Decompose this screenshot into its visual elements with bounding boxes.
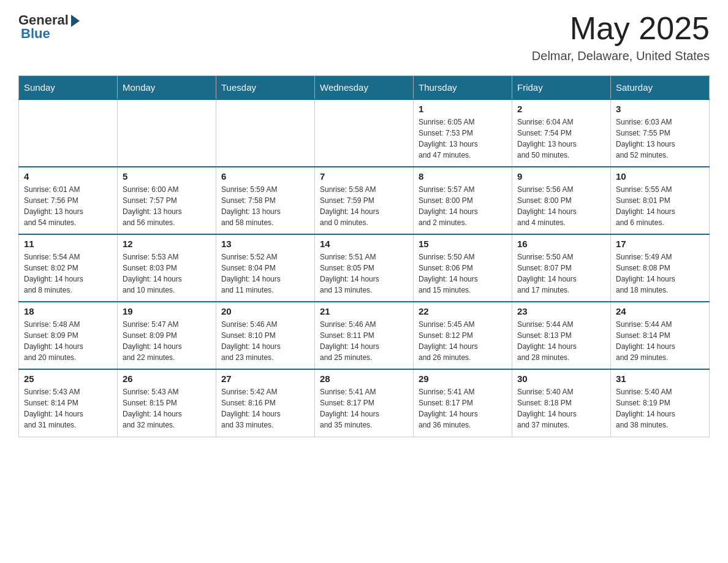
calendar-table: Sunday Monday Tuesday Wednesday Thursday… <box>18 75 710 437</box>
day-info: Sunrise: 5:50 AM Sunset: 8:07 PM Dayligh… <box>517 251 605 296</box>
day-number: 23 <box>517 306 605 316</box>
table-cell: 8Sunrise: 5:57 AM Sunset: 8:00 PM Daylig… <box>414 167 512 234</box>
day-info: Sunrise: 5:43 AM Sunset: 8:15 PM Dayligh… <box>123 386 211 431</box>
table-cell: 3Sunrise: 6:03 AM Sunset: 7:55 PM Daylig… <box>611 99 710 167</box>
month-title: May 2025 <box>532 12 710 44</box>
day-info: Sunrise: 6:03 AM Sunset: 7:55 PM Dayligh… <box>616 117 704 161</box>
day-number: 31 <box>616 373 704 384</box>
day-number: 28 <box>320 373 408 384</box>
table-cell: 4Sunrise: 6:01 AM Sunset: 7:56 PM Daylig… <box>19 167 118 234</box>
day-info: Sunrise: 5:41 AM Sunset: 8:17 PM Dayligh… <box>419 386 507 431</box>
day-info: Sunrise: 5:50 AM Sunset: 8:06 PM Dayligh… <box>419 251 507 296</box>
week-row-5: 25Sunrise: 5:43 AM Sunset: 8:14 PM Dayli… <box>19 369 710 437</box>
day-info: Sunrise: 5:46 AM Sunset: 8:11 PM Dayligh… <box>320 319 408 363</box>
table-cell: 5Sunrise: 6:00 AM Sunset: 7:57 PM Daylig… <box>118 167 216 234</box>
col-wednesday: Wednesday <box>315 76 414 100</box>
day-info: Sunrise: 5:48 AM Sunset: 8:09 PM Dayligh… <box>24 319 112 363</box>
day-number: 25 <box>24 373 112 384</box>
day-info: Sunrise: 5:59 AM Sunset: 7:58 PM Dayligh… <box>221 184 309 228</box>
table-cell: 10Sunrise: 5:55 AM Sunset: 8:01 PM Dayli… <box>611 167 710 234</box>
day-info: Sunrise: 5:51 AM Sunset: 8:05 PM Dayligh… <box>320 251 408 296</box>
day-info: Sunrise: 5:47 AM Sunset: 8:09 PM Dayligh… <box>123 319 211 363</box>
logo-arrow-icon <box>71 15 80 27</box>
day-info: Sunrise: 5:44 AM Sunset: 8:14 PM Dayligh… <box>616 319 704 363</box>
table-cell: 14Sunrise: 5:51 AM Sunset: 8:05 PM Dayli… <box>315 234 414 302</box>
table-cell: 2Sunrise: 6:04 AM Sunset: 7:54 PM Daylig… <box>512 99 611 167</box>
day-info: Sunrise: 5:42 AM Sunset: 8:16 PM Dayligh… <box>221 386 309 431</box>
table-cell: 16Sunrise: 5:50 AM Sunset: 8:07 PM Dayli… <box>512 234 611 302</box>
table-cell: 9Sunrise: 5:56 AM Sunset: 8:00 PM Daylig… <box>512 167 611 234</box>
day-number: 19 <box>123 306 211 316</box>
col-friday: Friday <box>512 76 611 100</box>
day-number: 22 <box>419 306 507 316</box>
table-cell: 17Sunrise: 5:49 AM Sunset: 8:08 PM Dayli… <box>611 234 710 302</box>
table-cell <box>315 99 414 167</box>
table-cell: 18Sunrise: 5:48 AM Sunset: 8:09 PM Dayli… <box>19 302 118 369</box>
day-number: 12 <box>123 239 211 249</box>
table-cell: 11Sunrise: 5:54 AM Sunset: 8:02 PM Dayli… <box>19 234 118 302</box>
day-number: 10 <box>616 171 704 182</box>
day-info: Sunrise: 6:00 AM Sunset: 7:57 PM Dayligh… <box>123 184 211 228</box>
day-info: Sunrise: 6:01 AM Sunset: 7:56 PM Dayligh… <box>24 184 112 228</box>
col-monday: Monday <box>118 76 216 100</box>
day-info: Sunrise: 5:53 AM Sunset: 8:03 PM Dayligh… <box>123 251 211 296</box>
table-cell: 25Sunrise: 5:43 AM Sunset: 8:14 PM Dayli… <box>19 369 118 437</box>
logo-blue-text: Blue <box>21 26 50 42</box>
day-number: 8 <box>419 171 507 182</box>
table-cell: 29Sunrise: 5:41 AM Sunset: 8:17 PM Dayli… <box>414 369 512 437</box>
table-cell: 19Sunrise: 5:47 AM Sunset: 8:09 PM Dayli… <box>118 302 216 369</box>
week-row-2: 4Sunrise: 6:01 AM Sunset: 7:56 PM Daylig… <box>19 167 710 234</box>
day-info: Sunrise: 5:45 AM Sunset: 8:12 PM Dayligh… <box>419 319 507 363</box>
day-number: 14 <box>320 239 408 249</box>
day-number: 17 <box>616 239 704 249</box>
day-number: 4 <box>24 171 112 182</box>
table-cell: 24Sunrise: 5:44 AM Sunset: 8:14 PM Dayli… <box>611 302 710 369</box>
day-info: Sunrise: 5:46 AM Sunset: 8:10 PM Dayligh… <box>221 319 309 363</box>
table-cell <box>19 99 118 167</box>
day-number: 18 <box>24 306 112 316</box>
title-section: May 2025 Delmar, Delaware, United States <box>532 12 710 63</box>
day-number: 9 <box>517 171 605 182</box>
day-number: 15 <box>419 239 507 249</box>
table-cell: 1Sunrise: 6:05 AM Sunset: 7:53 PM Daylig… <box>414 99 512 167</box>
table-cell: 12Sunrise: 5:53 AM Sunset: 8:03 PM Dayli… <box>118 234 216 302</box>
table-cell: 20Sunrise: 5:46 AM Sunset: 8:10 PM Dayli… <box>216 302 315 369</box>
day-number: 7 <box>320 171 408 182</box>
day-number: 24 <box>616 306 704 316</box>
day-info: Sunrise: 6:04 AM Sunset: 7:54 PM Dayligh… <box>517 117 605 161</box>
calendar-header-row: Sunday Monday Tuesday Wednesday Thursday… <box>19 76 710 100</box>
table-cell: 13Sunrise: 5:52 AM Sunset: 8:04 PM Dayli… <box>216 234 315 302</box>
day-number: 5 <box>123 171 211 182</box>
day-info: Sunrise: 5:52 AM Sunset: 8:04 PM Dayligh… <box>221 251 309 296</box>
day-info: Sunrise: 5:58 AM Sunset: 7:59 PM Dayligh… <box>320 184 408 228</box>
table-cell: 30Sunrise: 5:40 AM Sunset: 8:18 PM Dayli… <box>512 369 611 437</box>
table-cell <box>216 99 315 167</box>
page-header: General Blue May 2025 Delmar, Delaware, … <box>18 12 710 63</box>
day-number: 11 <box>24 239 112 249</box>
day-info: Sunrise: 5:56 AM Sunset: 8:00 PM Dayligh… <box>517 184 605 228</box>
col-sunday: Sunday <box>19 76 118 100</box>
table-cell: 28Sunrise: 5:41 AM Sunset: 8:17 PM Dayli… <box>315 369 414 437</box>
day-number: 20 <box>221 306 309 316</box>
col-thursday: Thursday <box>414 76 512 100</box>
day-number: 3 <box>616 104 704 114</box>
day-info: Sunrise: 5:54 AM Sunset: 8:02 PM Dayligh… <box>24 251 112 296</box>
week-row-4: 18Sunrise: 5:48 AM Sunset: 8:09 PM Dayli… <box>19 302 710 369</box>
table-cell <box>118 99 216 167</box>
day-number: 30 <box>517 373 605 384</box>
table-cell: 27Sunrise: 5:42 AM Sunset: 8:16 PM Dayli… <box>216 369 315 437</box>
day-number: 29 <box>419 373 507 384</box>
day-number: 6 <box>221 171 309 182</box>
day-number: 1 <box>419 104 507 114</box>
day-number: 26 <box>123 373 211 384</box>
day-info: Sunrise: 5:49 AM Sunset: 8:08 PM Dayligh… <box>616 251 704 296</box>
col-saturday: Saturday <box>611 76 710 100</box>
day-info: Sunrise: 5:40 AM Sunset: 8:19 PM Dayligh… <box>616 386 704 431</box>
day-info: Sunrise: 5:55 AM Sunset: 8:01 PM Dayligh… <box>616 184 704 228</box>
logo: General Blue <box>18 12 80 42</box>
day-info: Sunrise: 5:43 AM Sunset: 8:14 PM Dayligh… <box>24 386 112 431</box>
table-cell: 6Sunrise: 5:59 AM Sunset: 7:58 PM Daylig… <box>216 167 315 234</box>
day-number: 21 <box>320 306 408 316</box>
table-cell: 7Sunrise: 5:58 AM Sunset: 7:59 PM Daylig… <box>315 167 414 234</box>
table-cell: 15Sunrise: 5:50 AM Sunset: 8:06 PM Dayli… <box>414 234 512 302</box>
